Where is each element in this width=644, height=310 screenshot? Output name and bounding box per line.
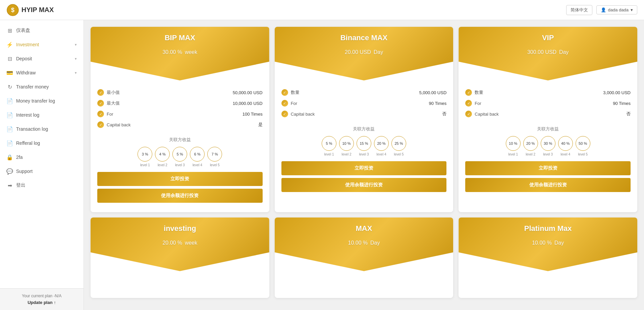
card-binance-max-rate: 20.00 USD Day (281, 46, 447, 56)
feature-label: ✓ 数量 (465, 89, 483, 96)
logo-icon: $ (7, 4, 19, 16)
level-label-4: level 4 (374, 152, 389, 156)
card-vip-title: VIP (465, 34, 631, 42)
invest-now-button-binance-max[interactable]: 立即投资 (281, 161, 447, 175)
invest-balance-button-vip[interactable]: 使用余额进行投资 (465, 178, 631, 192)
sidebar-item-2fa[interactable]: 🔒 2fa (0, 150, 84, 164)
invest-balance-button-binance-max[interactable]: 使用余额进行投资 (281, 178, 447, 192)
feature-row: ✓ 数量 3,000.00 USD (465, 87, 631, 98)
feature-label: ✓ For (281, 100, 298, 107)
level-label-3: level 3 (541, 152, 555, 156)
sidebar-label-referral-log: Refferal log (16, 140, 40, 146)
card-binance-max-title: Binance MAX (281, 34, 447, 42)
level-circle-3: 30 % (541, 136, 555, 151)
sidebar-item-transaction-log[interactable]: 📄 Transaction log (0, 122, 84, 136)
sidebar-item-transfer[interactable]: ↻ Transfer money (0, 80, 84, 94)
affiliate-title: 关联方收益 (465, 126, 631, 132)
level-circle-2: 4 % (155, 147, 170, 162)
level-label-2: level 2 (339, 152, 354, 156)
level-circles: 5 % 10 % 15 % 20 % 25 % (281, 136, 447, 151)
level-labels: level 1 level 2 level 3 level 4 level 5 (465, 152, 631, 156)
support-icon: 💬 (7, 168, 13, 174)
user-avatar-icon: 👤 (601, 7, 606, 12)
sidebar-item-logout[interactable]: ➡ 登出 (0, 178, 84, 192)
level-labels: level 1 level 2 level 3 level 4 level 5 (281, 152, 447, 156)
deposit-arrow-icon: ▾ (75, 57, 77, 61)
sidebar-item-support[interactable]: 💬 Support (0, 164, 84, 178)
sidebar: ⊞ 仪表盘 ⚡ Investment ▾ ⊟ Deposit ▾ 💳 Withd… (0, 20, 84, 310)
card-bip-max-features: ✓ 最小值 50,000.00 USD ✓ 最大值 10,000.00 USD (97, 87, 263, 130)
level-circle-5: 25 % (391, 136, 406, 151)
card-platinum-max-rate-period: Day (554, 240, 564, 246)
level-circle-5: 50 % (576, 136, 590, 151)
transaction-log-icon: 📄 (7, 126, 13, 132)
sidebar-item-interest-log[interactable]: 📄 Interest log (0, 108, 84, 122)
feature-row: ✓ For 90 Times (281, 98, 447, 109)
sidebar-item-dashboard[interactable]: ⊞ 仪表盘 (0, 23, 84, 38)
card-bip-max-rate-period: week (185, 49, 197, 55)
card-platinum-max-header: Platinum Max 10.00 % Day (459, 218, 637, 271)
feature-row: ✓ Capital back 否 (281, 109, 447, 119)
sidebar-label-dashboard: 仪表盘 (16, 27, 30, 34)
transfer-icon: ↻ (7, 84, 13, 90)
check-icon: ✓ (281, 111, 288, 117)
sidebar-item-transfer-log[interactable]: 📄 Money transfer log (0, 94, 84, 108)
investment-icon: ⚡ (7, 42, 13, 48)
check-icon: ✓ (281, 89, 288, 96)
card-max-title: MAX (281, 224, 447, 233)
level-labels: level 1 level 2 level 3 level 4 level 5 (97, 163, 263, 167)
level-label-2: level 2 (523, 152, 538, 156)
sidebar-label-2fa: 2fa (16, 154, 22, 160)
sidebar-label-interest-log: Interest log (16, 112, 39, 118)
check-icon: ✓ (97, 111, 104, 117)
card-investing-title: investing (97, 224, 263, 233)
language-button[interactable]: 简体中文 (566, 5, 592, 15)
check-icon: ✓ (281, 100, 288, 107)
level-label-1: level 1 (322, 152, 336, 156)
check-icon: ✓ (97, 89, 104, 96)
card-vip-header: VIP 300.00 USD Day (459, 27, 637, 80)
level-label-3: level 3 (357, 152, 371, 156)
sidebar-label-transaction-log: Transaction log (16, 126, 48, 132)
check-icon: ✓ (97, 100, 104, 107)
invest-now-button-bip-max[interactable]: 立即投资 (97, 172, 263, 186)
level-circle-3: 15 % (357, 136, 371, 151)
level-label-1: level 1 (138, 163, 152, 167)
main-content: BIP MAX 30.00 % week ✓ 最小值 50,000.0 (84, 20, 644, 310)
investment-arrow-icon: ▾ (75, 43, 77, 47)
card-vip: VIP 300.00 USD Day ✓ 数量 3,000.00 US (459, 27, 637, 212)
feature-label: ✓ Capital back (281, 111, 315, 117)
update-plan-button[interactable]: Update plan ↑ (5, 300, 78, 305)
level-circle-4: 20 % (374, 136, 389, 151)
invest-balance-button-bip-max[interactable]: 使用余额进行投资 (97, 189, 263, 203)
interest-log-icon: 📄 (7, 112, 13, 118)
level-circle-1: 5 % (322, 136, 336, 151)
user-button[interactable]: 👤 dada dada ▾ (596, 5, 637, 14)
feature-row: ✓ For 100 Times (97, 109, 263, 119)
withdraw-icon: 💳 (7, 70, 13, 76)
feature-label: ✓ 最大值 (97, 100, 120, 107)
header: $ HYIP MAX 简体中文 👤 dada dada ▾ (0, 0, 644, 20)
feature-label: ✓ For (465, 100, 481, 107)
svg-text:$: $ (11, 7, 14, 13)
level-circles: 3 % 4 % 5 % 6 % 7 % (97, 147, 263, 162)
sidebar-label-transfer: Transfer money (16, 84, 49, 89)
sidebar-item-investment[interactable]: ⚡ Investment ▾ (0, 38, 84, 52)
card-platinum-max-body (459, 271, 637, 298)
sidebar-item-deposit[interactable]: ⊟ Deposit ▾ (0, 52, 84, 66)
sidebar-label-deposit: Deposit (16, 56, 32, 61)
card-bip-max-title: BIP MAX (97, 34, 263, 42)
affiliate-section-binance-max: 关联方收益 5 % 10 % 15 % 20 % 25 % level 1 le… (281, 126, 447, 156)
affiliate-title: 关联方收益 (281, 126, 447, 132)
investment-cards-grid: BIP MAX 30.00 % week ✓ 最小值 50,000.0 (91, 27, 637, 298)
sidebar-label-support: Support (16, 169, 33, 174)
feature-label: ✓ Capital back (97, 121, 131, 128)
card-max-rate: 10.00 % Day (281, 236, 447, 247)
invest-now-button-vip[interactable]: 立即投资 (465, 161, 631, 175)
sidebar-item-referral-log[interactable]: 📄 Refferal log (0, 136, 84, 150)
sidebar-item-withdraw[interactable]: 💳 Withdraw ▾ (0, 66, 84, 80)
card-binance-max-rate-period: Day (374, 49, 383, 55)
level-circle-5: 7 % (207, 147, 222, 162)
card-investing-body (91, 271, 269, 298)
sidebar-label-withdraw: Withdraw (16, 70, 36, 75)
